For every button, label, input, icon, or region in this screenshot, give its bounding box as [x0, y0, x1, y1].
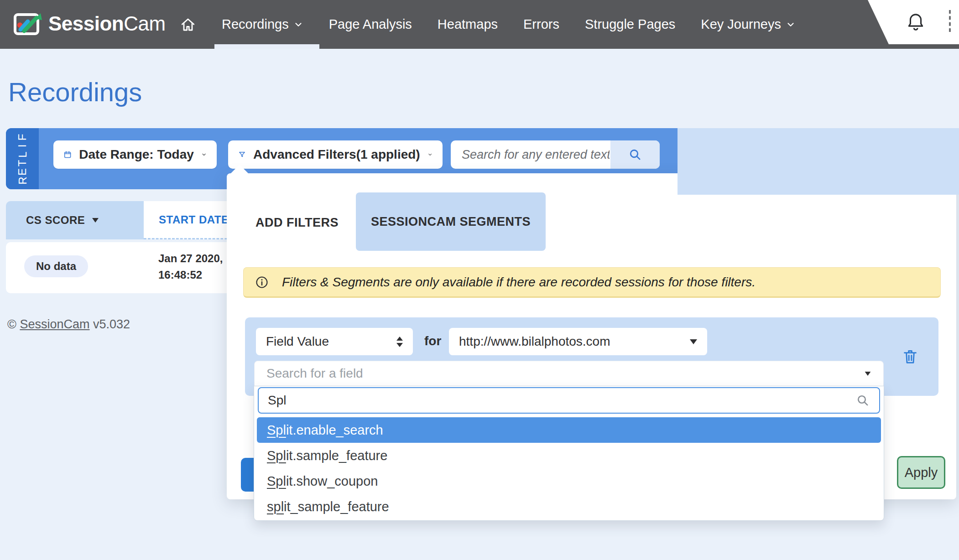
version-number: v5.032 [93, 317, 130, 331]
info-banner: Filters & Segments are only available if… [243, 267, 941, 298]
field-search-placeholder: Search for a field [266, 366, 864, 381]
nav-recordings[interactable]: Recordings [222, 17, 303, 32]
field-type-value: Field Value [266, 334, 387, 349]
version-footer: © SessionCam v5.032 [7, 317, 130, 332]
bell-icon [906, 12, 926, 32]
suggestion-item[interactable]: split_sample_feature [257, 494, 881, 519]
popover-arrow [230, 165, 249, 174]
chevron-down-icon [201, 150, 207, 159]
cs-score-badge: No data [24, 255, 88, 277]
advanced-filters-button[interactable]: Advanced Filters(1 applied) [228, 140, 443, 169]
suggestion-item[interactable]: Split.show_coupon [257, 468, 881, 494]
nav-page-analysis[interactable]: Page Analysis [329, 17, 412, 32]
field-search-select[interactable]: Search for a field [254, 361, 884, 386]
tab-add-filters[interactable]: ADD FILTERS [255, 216, 339, 230]
site-value: http://www.bilalphotos.com [459, 334, 690, 349]
brand-name-bold: Session [48, 12, 124, 35]
chevron-down-icon [786, 20, 796, 30]
text-search-input[interactable] [451, 140, 610, 169]
info-banner-text: Filters & Segments are only available if… [282, 275, 756, 290]
chevron-down-icon [293, 20, 303, 30]
suggestion-item[interactable]: Split.sample_feature [257, 443, 881, 468]
funnel-icon [238, 148, 246, 161]
start-date-label: START DATE [159, 213, 229, 226]
notifications-button[interactable] [906, 12, 926, 32]
nav-recordings-label: Recordings [222, 17, 289, 32]
page-title: Recordings [8, 77, 142, 107]
column-header-cs-score[interactable]: CS SCORE [6, 201, 144, 239]
apply-button[interactable]: Apply [897, 456, 945, 489]
sessioncam-link[interactable]: SessionCam [20, 317, 89, 331]
nav-errors[interactable]: Errors [523, 17, 559, 32]
dropdown-arrow-icon [690, 339, 697, 344]
brand-name-light: Cam [124, 12, 165, 35]
app-canvas: SessionCam Recordings Page Analysis Heat… [0, 0, 959, 560]
text-search-box [451, 140, 660, 169]
spinner-arrows-icon [396, 337, 403, 347]
column-header-start-date[interactable]: START DATE [144, 201, 231, 239]
search-submit-button[interactable] [610, 140, 660, 169]
tab-sessioncam-segments[interactable]: SESSIONCAM SEGMENTS [356, 192, 546, 251]
field-query-input[interactable] [268, 393, 855, 408]
dropdown-arrow-icon [865, 372, 871, 376]
date-range-button[interactable]: Date Range: Today [53, 140, 217, 169]
search-icon [628, 147, 642, 162]
search-icon [855, 393, 870, 408]
field-suggestions-dropdown: Split.enable_searchSplit.sample_featureS… [254, 386, 884, 521]
remove-filter-button[interactable] [901, 347, 919, 366]
for-label: for [424, 334, 441, 348]
advanced-filters-label: Advanced Filters(1 applied) [253, 147, 420, 162]
nav-active-indicator [214, 44, 319, 49]
table-row[interactable]: No data Jan 27 2020, 16:48:52 [6, 242, 231, 293]
nav-struggle-pages[interactable]: Struggle Pages [585, 17, 675, 32]
filter-bar-extension [678, 128, 959, 195]
start-date-value: Jan 27 2020, 16:48:52 [158, 250, 223, 283]
info-icon [255, 275, 269, 290]
sort-desc-icon [92, 218, 99, 223]
cs-score-label: CS SCORE [26, 214, 85, 227]
field-type-select[interactable]: Field Value [256, 328, 413, 355]
trash-icon [901, 347, 919, 366]
primary-nav: Recordings Page Analysis Heatmaps Errors… [180, 0, 796, 49]
calendar-icon [63, 148, 72, 161]
field-query-box [258, 387, 880, 414]
chevron-down-icon [427, 150, 433, 159]
suggestion-item[interactable]: Split.enable_search [257, 417, 881, 443]
top-nav-bar: SessionCam Recordings Page Analysis Heat… [0, 0, 959, 49]
nav-home[interactable] [180, 16, 196, 33]
brand-logo[interactable]: SessionCam [14, 11, 166, 36]
brand-name: SessionCam [48, 12, 166, 35]
more-menu-icon[interactable] [949, 10, 951, 32]
nav-key-journeys[interactable]: Key Journeys [701, 17, 796, 32]
site-select[interactable]: http://www.bilalphotos.com [449, 328, 707, 355]
home-icon [180, 16, 196, 33]
filter-sidebar-tab[interactable]: FILTER [6, 128, 39, 189]
sessioncam-logo-icon [14, 11, 44, 36]
nav-heatmaps[interactable]: Heatmaps [438, 17, 498, 32]
date-range-label: Date Range: Today [79, 147, 194, 162]
suggestion-list: Split.enable_searchSplit.sample_featureS… [257, 417, 881, 519]
